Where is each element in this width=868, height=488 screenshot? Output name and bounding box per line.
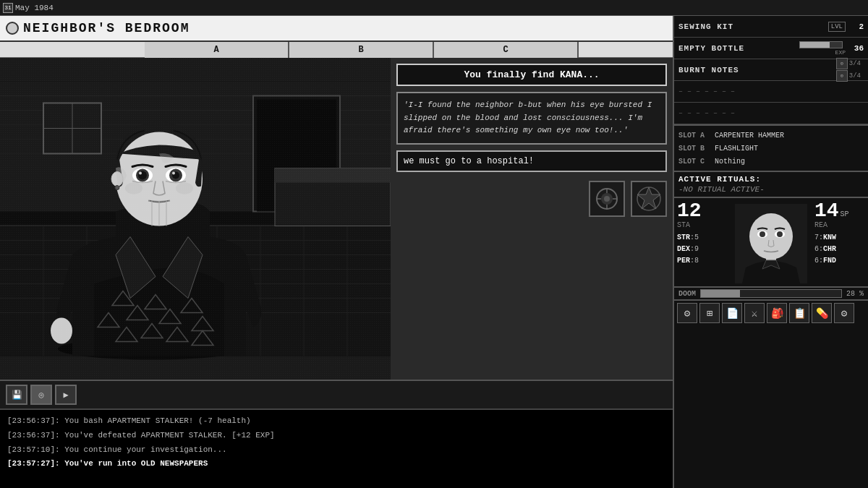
doom-section: DOOM 28 %: [674, 288, 868, 299]
item-val-empty-bottle: 36: [846, 44, 864, 53]
map-btn[interactable]: ◎: [30, 385, 52, 405]
inventory-section: SEWING KIT LVL 2 EMPTY BOTTLE EXP 36: [674, 16, 868, 126]
svg-point-56: [176, 183, 193, 194]
top-bar: 31 May 1984: [0, 0, 868, 16]
slot-row-a: SLOT A CARPENTER HAMMER: [678, 129, 864, 142]
item-name-empty-bottle: EMPTY BOTTLE: [678, 44, 799, 53]
deco-box-2: [631, 181, 667, 217]
knw-val: KNW: [823, 234, 836, 241]
stat-per: PER:8: [677, 255, 728, 267]
slot-value-a: CARPENTER HAMMER: [715, 132, 784, 140]
doom-fill: [701, 290, 740, 297]
bottom-controls: 💾 ◎ ▶: [0, 380, 673, 408]
sta-label: STA: [677, 221, 728, 229]
fnd-num: 6: [814, 257, 819, 265]
svg-point-52: [172, 172, 175, 175]
rituals-title: ACTIVE RITUALS:: [678, 175, 864, 184]
game-area: NEIGHBOR'S BEDROOM A B C: [0, 16, 673, 488]
icon-doc[interactable]: 📄: [722, 303, 742, 323]
per-val: 8: [694, 257, 699, 265]
chr-val: CHR: [823, 245, 836, 253]
log-line-1: [23:56:37]: You bash APARTMENT STALKER! …: [7, 414, 665, 429]
stat-dex: DEX:9: [677, 244, 728, 255]
bottom-icons-row: ⚙ ⊞ 📄 ⚔ 🎒 📋 💊 ⚙: [674, 299, 868, 325]
small-stats-right: 7:KNW 6:CHR 6:FND: [814, 232, 865, 267]
item-name-burnt-notes: BURNT NOTES: [678, 66, 836, 74]
calendar-icon: 31: [3, 3, 13, 13]
log-line-3: [23:57:10]: You continue your investigat…: [7, 443, 665, 458]
dialogue-btn-b[interactable]: B: [289, 42, 434, 58]
fraction-1: 3/4: [849, 60, 861, 67]
dex-val: 9: [694, 245, 699, 253]
per-label: PER: [677, 257, 690, 265]
item-name-sewing-kit: SEWING KIT: [678, 22, 825, 31]
action-box[interactable]: we must go to a hospital!: [396, 150, 667, 172]
str-val: 5: [694, 234, 699, 241]
svg-point-72: [749, 213, 793, 260]
deco-box-1: [589, 181, 625, 217]
sta-number: 12: [677, 201, 702, 221]
slot-row-b: SLOT B FLASHLIGHT: [678, 142, 864, 155]
item-icon-2: ⊙: [836, 70, 848, 82]
fraction-2: 3/4: [849, 72, 861, 80]
scene-decorative: [396, 181, 667, 217]
next-btn[interactable]: ▶: [55, 385, 77, 405]
log-line-4: [23:57:27]: You've run into OLD NEWSPAPE…: [7, 457, 665, 471]
exp-label: EXP: [835, 49, 846, 56]
stat-col-right: 14 SP REA 7:KNW 6:CHR 6:FND: [814, 201, 865, 283]
doom-label: DOOM: [678, 290, 696, 298]
svg-point-55: [125, 183, 142, 194]
dialogue-btn-a[interactable]: A: [145, 42, 289, 58]
item-bar-empty-bottle: [799, 41, 843, 48]
empty-row-dots-2: – – – – – – –: [678, 109, 735, 117]
icon-bag[interactable]: 🎒: [767, 303, 787, 323]
dialogue-btn-c[interactable]: C: [434, 42, 579, 58]
svg-point-57: [51, 318, 72, 344]
doom-bar: [700, 289, 842, 298]
character-svg: [0, 58, 391, 380]
icon-clipboard[interactable]: 📋: [789, 303, 809, 323]
stat-col-left: 12 STA STR:5 DEX:9 PER:8: [677, 201, 728, 283]
room-title-bar: NEIGHBOR'S BEDROOM: [0, 16, 673, 42]
rea-label: REA: [814, 221, 865, 229]
slot-label-b: SLOT B: [678, 145, 715, 153]
dialogue-header: You finally find KANA...: [396, 64, 667, 86]
right-panel: SEWING KIT LVL 2 EMPTY BOTTLE EXP 36: [673, 16, 868, 488]
right-portrait-svg: [735, 204, 807, 283]
stats-section: 12 STA STR:5 DEX:9 PER:8: [674, 198, 868, 288]
slots-section: SLOT A CARPENTER HAMMER SLOT B FLASHLIGH…: [674, 126, 868, 172]
date-display: 31 May 1984: [3, 3, 54, 13]
save-btn[interactable]: 💾: [6, 385, 27, 405]
svg-point-48: [139, 172, 142, 175]
icon-settings[interactable]: ⚙: [834, 303, 854, 323]
big-stat-sta: 12: [677, 201, 728, 221]
middle-section: NEIGHBOR'S BEDROOM A B C: [0, 16, 868, 488]
ritual-value: -NO RITUAL ACTIVE-: [678, 185, 864, 194]
stat-fnd: 6:FND: [814, 255, 865, 267]
doom-value: 28 %: [846, 290, 864, 298]
char-portrait-right: [728, 201, 814, 283]
item-icon-1: ⊙: [836, 58, 848, 69]
slot-value-c: Nothing: [715, 158, 745, 166]
icon-grid[interactable]: ⊞: [699, 303, 720, 323]
main-container: 31 May 1984 NEIGHBOR'S BEDROOM A B C: [0, 0, 868, 488]
icon-med[interactable]: 💊: [812, 303, 832, 323]
log-line-2: [23:56:37]: You've defeated APARTMENT ST…: [7, 429, 665, 443]
scene-area: You finally find KANA... 'I-I found the …: [0, 58, 673, 380]
icon-sword[interactable]: ⚔: [744, 303, 765, 323]
item-val-sewing-kit: 2: [846, 22, 864, 31]
item-level-sewing-kit: LVL: [828, 22, 846, 32]
slot-label-c: SLOT C: [678, 158, 715, 166]
item-row-empty-2: – – – – – – –: [674, 103, 868, 124]
rea-sup: SP: [841, 210, 849, 218]
slot-value-b: FLASHLIGHT: [715, 145, 758, 153]
stat-str: STR:5: [677, 232, 728, 244]
action-text: we must go to a hospital!: [404, 156, 534, 166]
log-area: [23:56:37]: You bash APARTMENT STALKER! …: [0, 408, 673, 488]
big-stat-rea: 14 SP: [814, 201, 865, 221]
rea-number: 14: [814, 201, 839, 221]
svg-point-76: [777, 231, 783, 237]
stat-chr: 6:CHR: [814, 244, 865, 255]
icon-spiral[interactable]: ⚙: [677, 303, 697, 323]
item-bar-fill: [800, 42, 830, 48]
